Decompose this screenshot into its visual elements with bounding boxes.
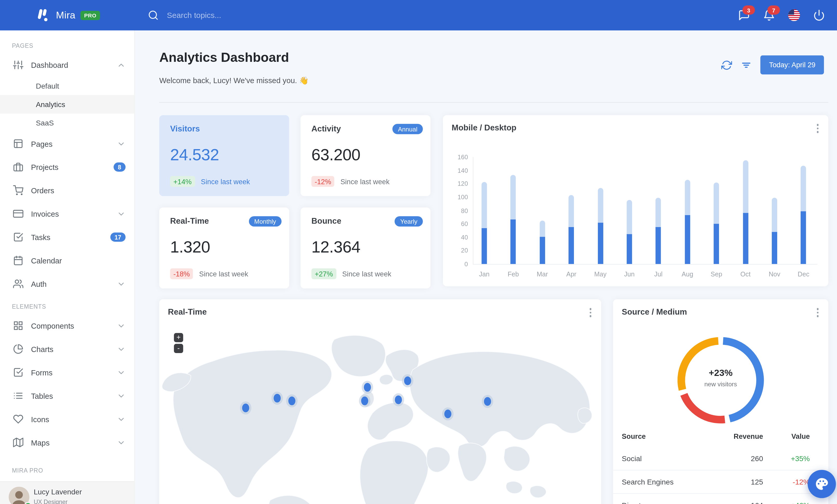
sidebar-item-invoices[interactable]: Invoices	[0, 202, 134, 225]
map-marker[interactable]	[242, 404, 249, 412]
zoom-out-button[interactable]: -	[174, 344, 183, 353]
header-divider	[159, 102, 829, 102]
sidebar-item-charts[interactable]: Charts	[0, 337, 134, 360]
chevron-down-icon	[117, 139, 126, 148]
sidebar-item-label: Calendar	[31, 256, 62, 265]
notifications-button[interactable]: 7	[763, 10, 775, 21]
stacked-bar-jan[interactable]	[482, 182, 487, 264]
sidebar: PAGESDashboardDefaultAnalyticsSaaSPagesP…	[0, 31, 135, 504]
map-marker[interactable]	[444, 409, 451, 418]
stat-card-realtime: Real-Time Monthly 1.320 -18% Since last …	[159, 208, 289, 288]
stacked-bar-nov[interactable]	[772, 198, 777, 264]
cell-source: Search Engines	[622, 478, 716, 486]
search-icon	[148, 10, 159, 21]
sidebar-item-label: Orders	[31, 186, 54, 194]
check-square-icon	[13, 232, 23, 242]
cell-revenue: 125	[716, 478, 763, 486]
map-marker[interactable]	[404, 376, 411, 385]
sidebar-item-tables[interactable]: Tables	[0, 384, 134, 407]
card-menu-button[interactable]	[588, 307, 592, 318]
theme-settings-button[interactable]	[808, 470, 836, 498]
user-role: UX Designer	[34, 499, 68, 504]
sidebar-item-label: Auth	[31, 280, 47, 288]
map-marker[interactable]	[395, 395, 402, 404]
sidebar-item-calendar[interactable]: Calendar	[0, 249, 134, 272]
brand-name: Mira	[56, 10, 75, 21]
sidebar-item-auth[interactable]: Auth	[0, 272, 134, 296]
x-axis-label: Nov	[763, 270, 787, 278]
stacked-bar-feb[interactable]	[511, 175, 516, 264]
map-marker[interactable]	[484, 397, 491, 406]
stat-title: Activity	[311, 124, 341, 133]
layout-icon	[13, 138, 23, 149]
card-menu-button[interactable]	[815, 307, 820, 318]
zoom-in-button[interactable]: +	[174, 333, 183, 342]
sidebar-nav: PAGESDashboardDefaultAnalyticsSaaSPagesP…	[0, 31, 134, 478]
map-marker[interactable]	[288, 396, 295, 405]
stacked-bar-oct[interactable]	[743, 160, 748, 264]
refresh-button[interactable]	[721, 59, 732, 70]
sign-out-button[interactable]	[813, 10, 825, 21]
stacked-bar-jun[interactable]	[627, 200, 632, 264]
sidebar-item-label: Dashboard	[31, 60, 68, 69]
map-marker[interactable]	[361, 396, 368, 405]
sidebar-item-components[interactable]: Components	[0, 314, 134, 337]
stat-delta: +14%	[170, 176, 195, 187]
sidebar-item-analytics[interactable]: Analytics	[0, 95, 134, 114]
y-axis-tick: 0	[448, 261, 468, 267]
sidebar-item-orders[interactable]: Orders	[0, 179, 134, 202]
stat-card-visitors: Visitors 24.532 +14% Since last week	[159, 115, 289, 196]
user-name: Lucy Lavender	[34, 488, 82, 496]
y-axis-tick: 100	[448, 194, 468, 200]
cell-value: +46%	[763, 501, 820, 504]
source-table-header: Source Revenue Value	[613, 425, 829, 447]
search-input[interactable]	[166, 11, 331, 20]
stat-delta: -18%	[170, 268, 193, 279]
brand[interactable]: Mira PRO	[35, 0, 100, 31]
stacked-bar-aug[interactable]	[685, 180, 690, 264]
stacked-bar-apr[interactable]	[569, 195, 574, 264]
map-marker[interactable]	[364, 383, 371, 392]
sidebar-item-forms[interactable]: Forms	[0, 360, 134, 384]
stacked-bar-dec[interactable]	[801, 166, 806, 264]
date-range-button[interactable]: Today: April 29	[760, 55, 824, 74]
sidebar-item-label: Projects	[31, 163, 58, 171]
world-map[interactable]	[159, 320, 601, 504]
sidebar-item-dashboard[interactable]: Dashboard	[0, 53, 134, 77]
donut-segment-search-engines[interactable]	[684, 394, 725, 419]
x-axis-label: Jan	[472, 270, 496, 278]
map-marker[interactable]	[274, 394, 281, 403]
map-zoom-controls: + -	[174, 333, 183, 353]
sidebar-item-icons[interactable]: Icons	[0, 407, 134, 431]
sidebar-section-label: MIRA PRO	[0, 454, 134, 478]
table-row: Search Engines125-12%	[613, 470, 829, 493]
stacked-bar-sep[interactable]	[714, 182, 719, 264]
sidebar-item-default[interactable]: Default	[0, 77, 134, 95]
sidebar-item-projects[interactable]: Projects8	[0, 155, 134, 179]
filter-button[interactable]	[741, 59, 752, 70]
donut-center-label: +23% new visitors	[675, 368, 767, 387]
messages-count-badge: 3	[742, 5, 755, 15]
stacked-bar-may[interactable]	[598, 188, 603, 264]
stacked-bar-mar[interactable]	[540, 221, 545, 264]
stat-card-bounce: Bounce Yearly 12.364 +27% Since last wee…	[301, 208, 430, 288]
language-flag-us-icon[interactable]	[788, 10, 800, 21]
count-badge: 8	[113, 162, 126, 172]
pie-chart-icon	[13, 344, 23, 354]
sidebar-item-tasks[interactable]: Tasks17	[0, 225, 134, 249]
sidebar-item-maps[interactable]: Maps	[0, 431, 134, 454]
source-table: Source Revenue Value Social260+35%Search…	[613, 425, 829, 504]
sidebar-item-saas[interactable]: SaaS	[0, 114, 134, 132]
y-axis-tick: 40	[448, 234, 468, 241]
messages-button[interactable]: 3	[738, 10, 750, 21]
sidebar-item-label: Components	[31, 321, 74, 330]
sidebar-item-pages[interactable]: Pages	[0, 132, 134, 155]
sidebar-item-label: Maps	[31, 438, 50, 447]
stat-value: 63.200	[311, 146, 360, 164]
stacked-bar-jul[interactable]	[656, 198, 661, 264]
stat-title: Visitors	[170, 124, 200, 133]
donut-chart: +23% new visitors	[675, 334, 767, 426]
sidebar-user[interactable]: Lucy Lavender UX Designer	[0, 481, 134, 504]
stat-delta: +27%	[311, 268, 336, 279]
stat-note: Since last week	[342, 270, 391, 278]
